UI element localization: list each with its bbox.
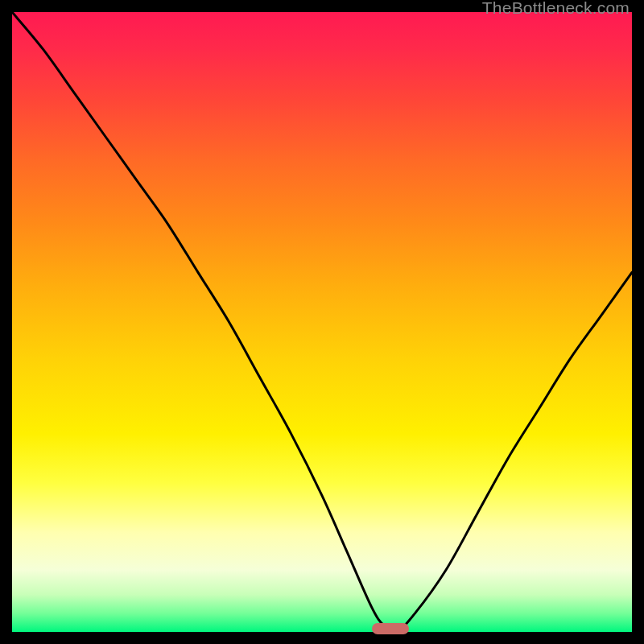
watermark-text: TheBottleneck.com xyxy=(482,0,630,18)
bottleneck-curve xyxy=(12,12,632,632)
optimal-marker xyxy=(372,623,409,634)
chart-frame xyxy=(12,12,632,632)
